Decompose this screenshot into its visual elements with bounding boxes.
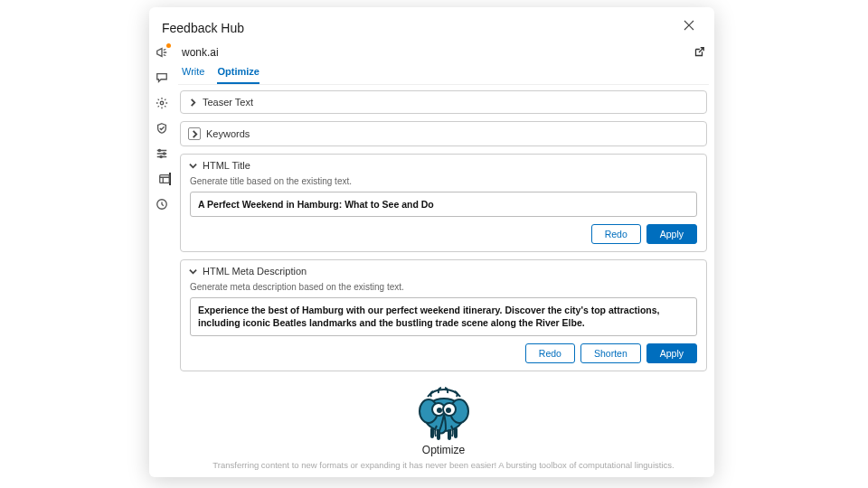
chat-icon[interactable] <box>156 71 168 84</box>
panel-html-title-toggle[interactable]: HTML Title <box>181 155 706 176</box>
check-shield-icon[interactable] <box>156 122 168 135</box>
chevron-down-icon <box>188 161 197 170</box>
svg-rect-4 <box>160 175 170 183</box>
panel-teaser-title: Teaser Text <box>203 97 253 108</box>
tab-optimize[interactable]: Optimize <box>217 66 259 84</box>
html-title-redo-button[interactable]: Redo <box>591 224 641 244</box>
notification-dot <box>166 43 171 48</box>
panel-meta-description-toggle[interactable]: HTML Meta Description <box>181 260 706 282</box>
content-scroll[interactable]: Teaser Text Keywords HTML Title Ge <box>178 85 709 477</box>
panel-keywords: Keywords <box>180 121 707 146</box>
panel-keywords-title: Keywords <box>206 128 250 139</box>
chevron-right-icon <box>188 98 197 107</box>
close-button[interactable] <box>676 16 702 39</box>
footer-tagline: Transferring content to new formats or e… <box>194 460 692 470</box>
meta-description-apply-button[interactable]: Apply <box>646 343 697 363</box>
brand-label: wonk.ai <box>182 46 219 59</box>
html-title-input[interactable]: A Perfect Weekend in Hamburg: What to Se… <box>190 192 697 217</box>
svg-point-0 <box>160 101 164 105</box>
svg-point-11 <box>437 408 442 413</box>
chevron-right-icon <box>188 127 201 140</box>
html-title-apply-button[interactable]: Apply <box>646 224 697 244</box>
sliders-icon[interactable] <box>156 147 168 160</box>
settings-icon[interactable] <box>156 97 168 109</box>
panel-html-title: HTML Title Generate title based on the e… <box>180 154 707 252</box>
panel-keywords-toggle[interactable]: Keywords <box>181 122 706 145</box>
modal-title: Feedback Hub <box>162 21 244 35</box>
panel-icon[interactable] <box>158 173 171 185</box>
panel-meta-description: HTML Meta Description Generate meta desc… <box>180 259 707 371</box>
panel-html-title-title: HTML Title <box>203 160 250 171</box>
main-pane: wonk.ai Write Optimize Teaser Text <box>175 42 714 477</box>
footer-label: Optimize <box>422 444 465 456</box>
mascot-icon <box>411 384 476 440</box>
meta-description-caption: Generate meta description based on the e… <box>190 282 697 292</box>
panel-meta-description-title: HTML Meta Description <box>203 266 307 277</box>
open-external-icon[interactable] <box>693 46 705 59</box>
panel-teaser: Teaser Text <box>180 90 707 114</box>
tab-write[interactable]: Write <box>182 66 204 84</box>
tabs: Write Optimize <box>178 61 709 85</box>
meta-description-input[interactable]: Experience the best of Hamburg with our … <box>190 297 697 335</box>
meta-description-shorten-button[interactable]: Shorten <box>580 343 641 363</box>
meta-description-redo-button[interactable]: Redo <box>525 343 575 363</box>
footer-illustration: Optimize Transferring content to new for… <box>180 379 707 470</box>
modal-header: Feedback Hub <box>149 7 714 42</box>
html-title-caption: Generate title based on the existing tex… <box>190 176 697 186</box>
feedback-hub-modal: Feedback Hub <box>149 7 714 477</box>
svg-point-12 <box>446 408 451 413</box>
announcement-icon[interactable] <box>156 46 168 59</box>
sidebar <box>149 42 175 477</box>
chevron-down-icon <box>188 267 197 276</box>
history-icon[interactable] <box>156 198 168 211</box>
panel-teaser-toggle[interactable]: Teaser Text <box>181 91 706 113</box>
